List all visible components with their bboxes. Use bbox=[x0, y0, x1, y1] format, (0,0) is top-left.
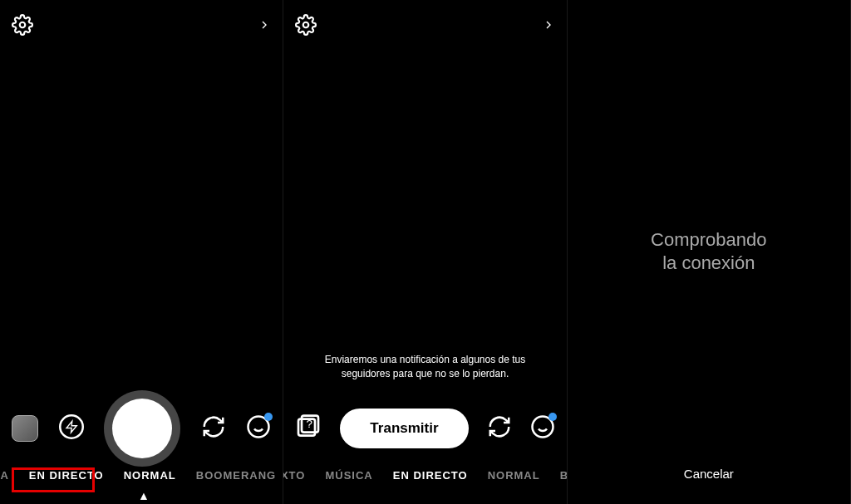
chevron-right-icon[interactable] bbox=[542, 15, 555, 35]
checking-line2: la conexión bbox=[651, 252, 766, 276]
mode-live[interactable]: EN DIRECTO bbox=[393, 469, 468, 482]
mode-partial-left[interactable]: CA bbox=[0, 469, 9, 482]
gear-icon[interactable] bbox=[12, 14, 33, 36]
bottom-controls: ? Transmitir TEXTO MÚSICA EN DIRECTO NOR… bbox=[283, 393, 566, 504]
chevron-right-icon[interactable] bbox=[258, 15, 271, 35]
notification-notice: Enviaremos una notificación a algunos de… bbox=[283, 353, 566, 381]
mode-boomerang[interactable]: BOOMERANG bbox=[196, 469, 276, 482]
mode-live[interactable]: EN DIRECTO bbox=[29, 469, 104, 482]
question-gallery-icon[interactable]: ? bbox=[295, 413, 322, 443]
notification-dot bbox=[264, 413, 273, 421]
face-filter-icon[interactable] bbox=[530, 414, 555, 443]
cancel-button[interactable]: Cancelar bbox=[684, 467, 734, 481]
top-bar bbox=[283, 8, 566, 42]
svg-point-0 bbox=[20, 22, 26, 28]
svg-marker-2 bbox=[66, 421, 76, 433]
top-bar bbox=[0, 8, 283, 42]
svg-text:?: ? bbox=[307, 418, 312, 430]
modes-row: CA EN DIRECTO NORMAL BOOMERANG SU ▲ bbox=[0, 464, 283, 504]
mode-music[interactable]: MÚSICA bbox=[325, 469, 372, 482]
live-start-screen: Enviaremos una notificación a algunos de… bbox=[283, 0, 567, 504]
mode-partial-left[interactable]: TEXTO bbox=[283, 469, 305, 482]
caret-up-icon: ▲ bbox=[138, 489, 150, 502]
shutter-inner bbox=[112, 399, 172, 458]
flash-icon[interactable] bbox=[59, 414, 84, 443]
switch-camera-icon[interactable] bbox=[201, 414, 226, 443]
gallery-thumbnail[interactable] bbox=[12, 415, 38, 442]
mode-normal[interactable]: NORMAL bbox=[124, 469, 176, 482]
modes-row: TEXTO MÚSICA EN DIRECTO NORMAL BOOM bbox=[283, 464, 566, 504]
svg-point-6 bbox=[303, 22, 309, 28]
checking-connection-text: Comprobando la conexión bbox=[651, 228, 766, 276]
mode-partial-right[interactable]: BOOM bbox=[560, 469, 567, 482]
gear-icon[interactable] bbox=[295, 14, 317, 36]
face-filter-icon[interactable] bbox=[246, 414, 271, 443]
shutter-button[interactable] bbox=[104, 390, 180, 467]
mode-normal[interactable]: NORMAL bbox=[488, 469, 540, 482]
switch-camera-icon[interactable] bbox=[487, 414, 512, 443]
icons-row: ? Transmitir bbox=[283, 393, 566, 464]
icons-row bbox=[0, 393, 283, 464]
notification-dot bbox=[548, 413, 557, 421]
connecting-screen: Comprobando la conexión Cancelar bbox=[568, 0, 851, 504]
camera-screen: CA EN DIRECTO NORMAL BOOMERANG SU ▲ bbox=[0, 0, 283, 504]
checking-line1: Comprobando bbox=[651, 228, 766, 252]
bottom-controls: CA EN DIRECTO NORMAL BOOMERANG SU ▲ bbox=[0, 393, 283, 504]
transmit-button[interactable]: Transmitir bbox=[340, 409, 468, 448]
svg-point-1 bbox=[60, 415, 83, 438]
